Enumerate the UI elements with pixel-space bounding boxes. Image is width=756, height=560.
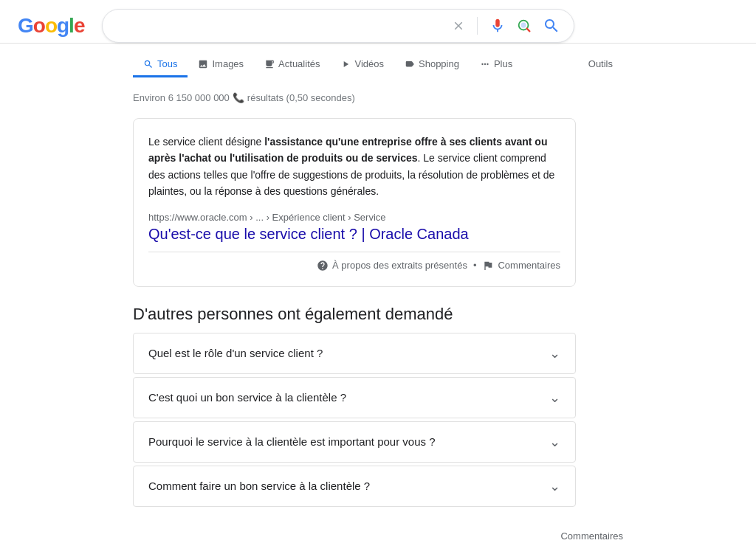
tab-plus[interactable]: Plus [470, 52, 523, 77]
lens-button[interactable] [515, 16, 534, 35]
paa-question-1: C'est quoi un bon service à la clientèle… [148, 391, 346, 404]
paa-item-2[interactable]: Pourquoi le service à la clientèle est i… [133, 421, 576, 463]
search-input[interactable]: le service client [114, 19, 443, 32]
count-number: Environ 6 150 000 000 [133, 92, 230, 103]
paa-item-1[interactable]: C'est quoi un bon service à la clientèle… [133, 377, 576, 418]
outils-button[interactable]: Outils [578, 52, 623, 77]
results-count: Environ 6 150 000 000 📞 résultats (0,50 … [133, 92, 576, 103]
lens-icon [516, 18, 532, 34]
tab-shopping-label: Shopping [419, 58, 459, 69]
snippet-source-url: https://www.oracle.com › ... › Expérienc… [148, 212, 560, 223]
chevron-down-icon-3: ⌄ [549, 478, 560, 494]
search-icon [543, 17, 560, 35]
image-tab-icon [198, 59, 208, 69]
search-icons [450, 15, 562, 36]
paa-question-0: Quel est le rôle d'un service client ? [148, 347, 323, 359]
question-icon [317, 260, 329, 272]
chevron-down-icon-0: ⌄ [549, 345, 560, 362]
count-suffix: résultats (0,50 secondes) [247, 92, 355, 103]
about-label: À propos des extraits présentés [332, 260, 467, 271]
tab-videos-label: Vidéos [354, 58, 384, 69]
search-button[interactable] [541, 15, 562, 36]
snippet-link[interactable]: Qu'est-ce que le service client ? | Orac… [148, 226, 560, 243]
featured-snippet: Le service client désigne l'assistance q… [133, 118, 576, 287]
search-tab-icon [143, 59, 154, 69]
paa-item-0[interactable]: Quel est le rôle d'un service client ? ⌄ [133, 333, 576, 374]
microphone-button[interactable] [488, 16, 507, 35]
tab-actualites-label: Actualités [278, 58, 320, 69]
google-logo-area: Google [18, 15, 84, 36]
video-tab-icon [340, 59, 351, 69]
google-logo: Google [18, 15, 84, 36]
search-bar: le service client [102, 9, 574, 43]
divider [477, 17, 478, 35]
tab-images-label: Images [212, 58, 244, 69]
footer-commentaires[interactable]: Commentaires [0, 525, 756, 547]
snippet-text: Le service client désigne l'assistance q… [148, 134, 560, 200]
phone-icon: 📞 [233, 92, 244, 103]
tab-actualites[interactable]: Actualités [254, 52, 330, 77]
chevron-down-icon-1: ⌄ [549, 390, 560, 406]
flag-icon [482, 260, 494, 272]
more-tab-icon [480, 59, 490, 69]
paa-question-2: Pourquoi le service à la clientèle est i… [148, 435, 436, 448]
news-tab-icon [264, 59, 275, 69]
tab-tous-label: Tous [157, 58, 177, 69]
tab-shopping[interactable]: Shopping [394, 52, 470, 77]
commentaires-snippet-label: Commentaires [498, 260, 560, 271]
bullet-separator: • [473, 260, 477, 271]
nav-tabs: Tous Images Actualités Vidéos Shopping P… [0, 46, 756, 77]
outils-label: Outils [588, 58, 613, 69]
paa-title: D'autres personnes ont également demandé [133, 305, 576, 324]
paa-item-3[interactable]: Comment faire un bon service à la client… [133, 466, 576, 507]
about-button[interactable]: À propos des extraits présentés [317, 260, 467, 272]
clear-button[interactable] [450, 18, 467, 34]
svg-point-1 [521, 22, 526, 27]
clear-icon [452, 19, 465, 32]
shopping-tab-icon [405, 59, 415, 69]
header: Google le service client [0, 0, 756, 44]
main-content: Environ 6 150 000 000 📞 résultats (0,50 … [0, 77, 709, 525]
chevron-down-icon-2: ⌄ [549, 434, 560, 450]
paa-question-3: Comment faire un bon service à la client… [148, 480, 370, 492]
commentaires-snippet-button[interactable]: Commentaires [482, 260, 560, 272]
footer-commentaires-label: Commentaires [560, 530, 623, 542]
microphone-icon [489, 18, 506, 34]
tab-images[interactable]: Images [188, 52, 254, 77]
tab-tous[interactable]: Tous [133, 52, 188, 77]
snippet-footer: À propos des extraits présentés • Commen… [148, 252, 560, 272]
snippet-text-plain: Le service client désigne [148, 136, 264, 148]
paa-section: D'autres personnes ont également demandé… [133, 305, 576, 507]
tab-videos[interactable]: Vidéos [330, 52, 394, 77]
tab-plus-label: Plus [494, 58, 512, 69]
